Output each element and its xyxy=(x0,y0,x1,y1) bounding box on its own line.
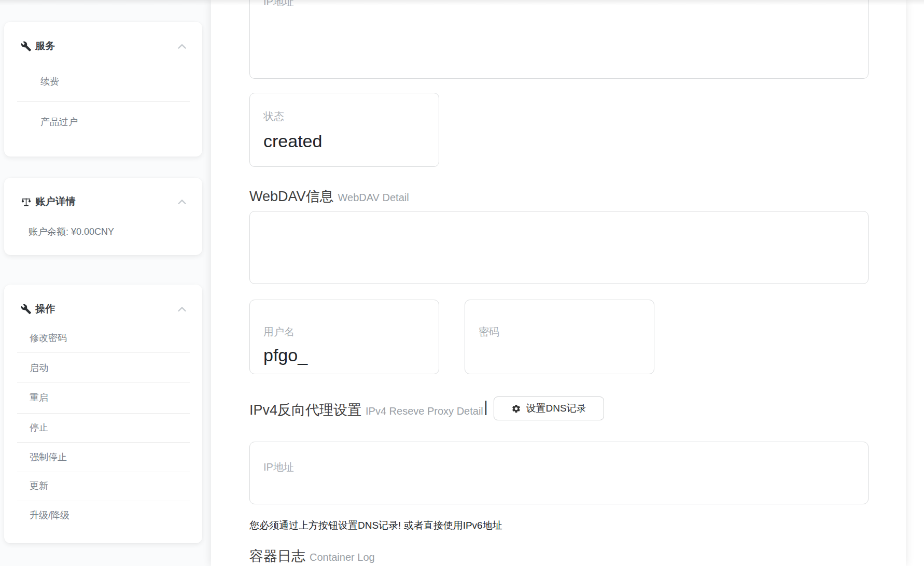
sidebar-item-product-transfer[interactable]: 产品过户 xyxy=(40,115,78,129)
page: 服务 续费 产品过户 账户详情 账户余 xyxy=(0,0,924,566)
scale-icon xyxy=(21,196,32,207)
chevron-up-icon[interactable] xyxy=(176,41,188,52)
webdav-title-cn: WebDAV信息 xyxy=(249,189,334,204)
status-field: 状态 created xyxy=(249,93,439,167)
ipv4-title-en: IPv4 Reseve Proxy Detail xyxy=(366,405,483,417)
ipv4-address-input[interactable]: IP地址 xyxy=(249,442,869,504)
container-log-title-cn: 容器日志 xyxy=(249,548,305,564)
password-label: 密码 xyxy=(479,326,499,338)
ip-address-input-top[interactable]: IP地址 xyxy=(249,0,869,79)
chevron-up-icon[interactable] xyxy=(176,196,188,208)
divider xyxy=(17,472,190,472)
heading-separator: | xyxy=(484,398,488,416)
set-dns-records-button[interactable]: 设置DNS记录 xyxy=(494,397,604,420)
container-log-title: 容器日志Container Log xyxy=(249,547,375,565)
card-title: 账户详情 xyxy=(35,195,76,208)
chevron-up-icon[interactable] xyxy=(176,304,188,315)
divider xyxy=(17,101,190,102)
status-value: created xyxy=(263,130,322,152)
sidebar-item-restart[interactable]: 重启 xyxy=(30,391,48,404)
sidebar-item-force-stop[interactable]: 强制停止 xyxy=(30,450,67,464)
services-card-header[interactable]: 服务 xyxy=(4,37,202,56)
card-title: 操作 xyxy=(35,302,55,316)
ipv4-title-cn: IPv4反向代理设置 xyxy=(249,402,361,418)
sidebar-item-change-password[interactable]: 修改密码 xyxy=(30,331,67,345)
divider xyxy=(17,501,190,501)
sidebar-card-actions: 操作 修改密码 启动 重启 停止 强制停止 更新 升级/降级 xyxy=(4,285,202,543)
divider xyxy=(17,442,190,443)
sidebar-item-update[interactable]: 更新 xyxy=(30,479,48,492)
account-balance-text: 账户余额: ¥0.00CNY xyxy=(29,225,114,238)
gear-icon xyxy=(511,404,521,414)
wrench-icon xyxy=(21,304,32,315)
dns-button-label: 设置DNS记录 xyxy=(526,402,586,415)
ip-address-placeholder: IP地址 xyxy=(263,0,294,8)
username-field[interactable]: 用户名 pfgo_ xyxy=(249,300,439,374)
divider xyxy=(17,413,190,414)
actions-card-header[interactable]: 操作 xyxy=(4,300,202,319)
divider xyxy=(17,383,190,383)
webdav-section-title: WebDAV信息WebDAV Detail xyxy=(249,187,409,206)
divider xyxy=(17,352,190,353)
status-label: 状态 xyxy=(263,110,284,122)
sidebar-item-stop[interactable]: 停止 xyxy=(30,421,48,434)
ipv4-section-title: IPv4反向代理设置IPv4 Reseve Proxy Detail xyxy=(249,401,483,419)
password-field[interactable]: 密码 xyxy=(465,300,654,374)
dns-note-text: 您必须通过上方按钮设置DNS记录! 或者直接使用IPv6地址 xyxy=(249,519,502,532)
sidebar-item-start[interactable]: 启动 xyxy=(30,361,48,375)
sidebar-card-services: 服务 续费 产品过户 xyxy=(4,22,202,157)
account-card-header[interactable]: 账户详情 xyxy=(4,193,202,211)
wrench-icon xyxy=(21,41,32,52)
webdav-title-en: WebDAV Detail xyxy=(338,192,409,203)
container-log-title-en: Container Log xyxy=(310,551,375,563)
sidebar-card-account-detail: 账户详情 账户余额: ¥0.00CNY xyxy=(4,178,202,255)
sidebar-item-upgrade-downgrade[interactable]: 升级/降级 xyxy=(30,508,69,522)
username-label: 用户名 xyxy=(263,326,295,338)
sidebar-item-renew[interactable]: 续费 xyxy=(40,75,59,88)
card-title: 服务 xyxy=(35,39,55,53)
webdav-detail-box[interactable] xyxy=(249,211,869,284)
username-value: pfgo_ xyxy=(263,344,307,366)
ip-address-placeholder: IP地址 xyxy=(263,461,294,473)
